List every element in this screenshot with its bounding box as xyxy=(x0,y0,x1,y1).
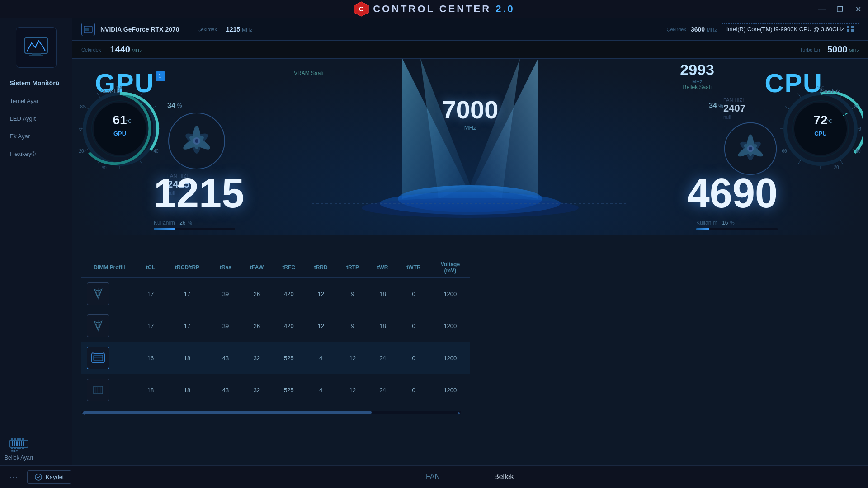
row1-twr: 18 xyxy=(368,278,397,310)
cpu-gauge-svg: 72 °C CPU 100 0 80 40 60 20 xyxy=(778,86,863,172)
cpu-cekirdek-unit: MHz xyxy=(707,27,717,33)
svg-line-84 xyxy=(798,93,801,98)
cpu-usage-label: Kullanım xyxy=(696,220,717,226)
table-row[interactable]: 17 17 39 26 420 12 9 18 0 1200 xyxy=(81,278,470,310)
svg-rect-104 xyxy=(103,352,104,354)
save-label: Kaydet xyxy=(46,474,64,480)
sidebar-item-temel-ayar[interactable]: Temel Ayar xyxy=(5,94,68,108)
scroll-right-arrow[interactable]: ▶ xyxy=(458,410,461,415)
row3-tfaw: 32 xyxy=(241,342,273,374)
minimize-button[interactable]: — xyxy=(816,3,828,15)
row1-trfc: 420 xyxy=(273,278,305,310)
row4-trfc: 525 xyxy=(273,374,305,406)
dimm-table-section: DIMM Profili tCL tRCD/tRP tRas tFAW tRFC… xyxy=(72,258,868,465)
dimm-icon-3[interactable] xyxy=(87,347,109,369)
main-content: NVIDIA GeForce RTX 2070 Çekirdek 1215 MH… xyxy=(72,18,868,488)
maximize-button[interactable]: ❐ xyxy=(834,3,846,15)
gpu-cekirdek-label: Çekirdek xyxy=(198,27,217,32)
cpu-sicaklik-label: Sıcaklık xyxy=(821,88,840,94)
dimm-icon-cell-1[interactable] xyxy=(81,278,137,310)
turbo-value: 5000 xyxy=(827,44,848,55)
svg-line-78 xyxy=(840,160,843,164)
row1-voltage: 1200 xyxy=(430,278,470,310)
three-dots-menu[interactable]: ⋯ xyxy=(0,472,27,483)
cpu-cekirdek-value: 3600 xyxy=(691,26,705,33)
th-trcd: tRCD/tRP xyxy=(164,258,211,278)
cpu-name-box: Intel(R) Core(TM) i9-9900K CPU @ 3.60GHz xyxy=(722,23,859,35)
svg-point-88 xyxy=(794,103,847,155)
row2-trcd: 17 xyxy=(164,310,211,342)
sidebar-item-ek-ayar[interactable]: Ek Ayar xyxy=(5,129,68,143)
gpu-usage-value: 26 xyxy=(179,220,185,226)
top-header: NVIDIA GeForce RTX 2070 Çekirdek 1215 MH… xyxy=(72,18,868,41)
dimm-icon-cell-2[interactable] xyxy=(81,310,137,342)
svg-text:C: C xyxy=(359,5,363,13)
svg-line-39 xyxy=(84,148,89,151)
row4-voltage: 1200 xyxy=(430,374,470,406)
svg-text:72: 72 xyxy=(813,113,827,127)
sidebar-item-flexikey[interactable]: Flexikey® xyxy=(5,147,68,161)
dimm-icon-cell-3[interactable] xyxy=(81,342,137,374)
center-top-freq: 7000 MHz xyxy=(442,95,499,131)
funnel-svg xyxy=(312,59,628,235)
row3-trcd: 18 xyxy=(164,342,211,374)
gpu-name: NVIDIA GeForce RTX 2070 xyxy=(100,26,179,33)
gpu-info-header: NVIDIA GeForce RTX 2070 xyxy=(81,23,179,36)
svg-line-80 xyxy=(798,160,801,164)
vram-freq-value: 1440 xyxy=(110,44,130,55)
mem-label: Bellek Ayarı xyxy=(5,455,33,461)
svg-text:GPU: GPU xyxy=(113,130,126,137)
memory-settings-icon[interactable]: MEM Bellek Ayarı xyxy=(5,435,33,461)
dimm-icon-1[interactable] xyxy=(87,282,109,305)
tab-bellek[interactable]: Bellek xyxy=(467,466,541,488)
th-trtp: tRTP xyxy=(337,258,368,278)
turbo-unit: MHz xyxy=(849,48,859,53)
row4-trrd: 4 xyxy=(305,374,337,406)
table-row[interactable]: 16 18 43 32 525 4 12 24 0 1200 xyxy=(81,342,470,374)
svg-point-27 xyxy=(362,198,579,218)
bellek-saati-label: Bellek Saati xyxy=(680,84,714,90)
table-row[interactable]: 18 18 43 32 525 4 12 24 0 1200 xyxy=(81,374,470,406)
gpu-fan-svg xyxy=(167,112,226,170)
close-button[interactable]: ✕ xyxy=(852,3,864,15)
save-button[interactable]: Kaydet xyxy=(27,470,71,484)
bottom-section: DIMM Profili tCL tRCD/tRP tRas tFAW tRFC… xyxy=(72,258,868,465)
bottom-bar: ⋯ Kaydet FAN Bellek xyxy=(0,465,868,488)
table-scrollbar[interactable]: ◀ ▶ xyxy=(81,411,461,414)
svg-rect-21 xyxy=(23,441,24,446)
svg-text:CPU: CPU xyxy=(814,130,826,137)
svg-point-45 xyxy=(94,103,146,155)
svg-text:80: 80 xyxy=(854,104,859,109)
row3-trrd: 4 xyxy=(305,342,337,374)
svg-text:40: 40 xyxy=(153,149,159,154)
dimm-icon-cell-4[interactable] xyxy=(81,374,137,406)
row1-tfaw: 26 xyxy=(241,278,273,310)
app-logo: C CONTROL CENTER 2.0 xyxy=(353,1,515,17)
table-row[interactable]: 17 17 39 26 420 12 9 18 0 1200 xyxy=(81,310,470,342)
row3-voltage: 1200 xyxy=(430,342,470,374)
cpu-usage-bar-fill xyxy=(696,228,709,230)
center-visualization: VRAM Saati 2993 MHz Bellek Saati 7000 MH… xyxy=(72,59,868,235)
sidebar-item-led-aygit[interactable]: LED Aygıt xyxy=(5,112,68,126)
sidebar-item-sistem-monitoru[interactable]: Sistem Monitörü xyxy=(5,76,68,90)
sidebar: Sistem Monitörü Temel Ayar LED Aygıt Ek … xyxy=(0,18,72,488)
logo-icon: C xyxy=(353,1,369,17)
cpu-usage-bar-bg xyxy=(696,228,778,230)
table-scrollbar-thumb[interactable] xyxy=(83,411,372,414)
row3-tras: 43 xyxy=(211,342,241,374)
row4-twr: 24 xyxy=(368,374,397,406)
table-header-row: DIMM Profili tCL tRCD/tRP tRas tFAW tRFC… xyxy=(81,258,470,278)
dimm-icon-2[interactable] xyxy=(87,314,109,337)
dimm-icon-4[interactable] xyxy=(87,379,109,401)
row4-tfaw: 32 xyxy=(241,374,273,406)
tab-fan[interactable]: FAN xyxy=(399,466,467,488)
gpu-temp-gauge: 61 °C GPU 100 0 80 20 40 60 xyxy=(77,86,163,172)
row2-twtr: 0 xyxy=(397,310,430,342)
scroll-left-arrow[interactable]: ◀ xyxy=(81,410,85,415)
window-controls: — ❐ ✕ xyxy=(816,3,864,15)
bellek-saati-display: 2993 MHz Bellek Saati xyxy=(680,61,714,90)
row2-tcl: 17 xyxy=(137,310,164,342)
cpu-grid-icon xyxy=(847,26,854,33)
svg-rect-17 xyxy=(14,441,15,446)
center-freq-value: 7000 xyxy=(442,95,499,124)
